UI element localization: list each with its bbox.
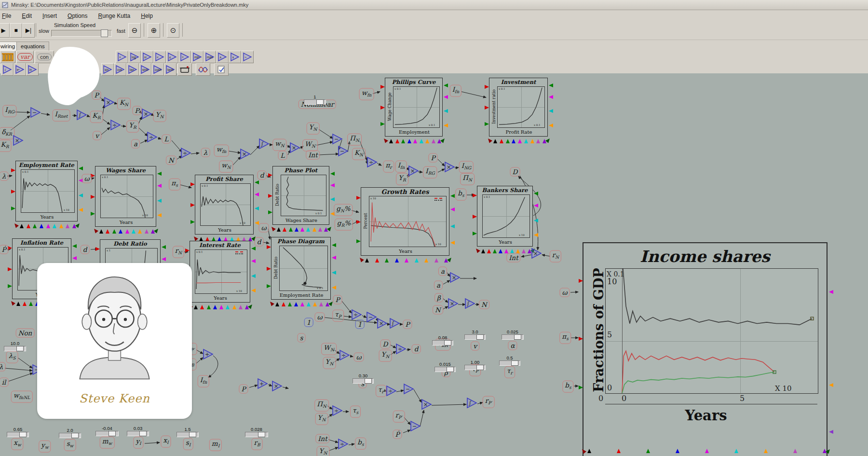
var-N[interactable]: ΠN <box>347 134 362 146</box>
var-N[interactable]: ΠN <box>460 173 475 185</box>
slider-track[interactable] <box>245 432 268 437</box>
zoom-reset-button[interactable]: ⊙ <box>167 23 179 38</box>
var-d[interactable]: d <box>81 245 90 254</box>
slider-handle[interactable] <box>108 431 116 436</box>
slider-handle[interactable] <box>365 378 372 384</box>
var-Ifn[interactable]: Ifn <box>395 161 407 173</box>
slider-handle[interactable] <box>476 365 484 370</box>
slider-track[interactable] <box>464 365 486 370</box>
op-palette-tan[interactable]: tan <box>126 63 139 76</box>
var-D[interactable]: D <box>510 167 520 177</box>
speed-slider-handle[interactable] <box>101 29 108 37</box>
op-subtract[interactable]: − <box>366 311 378 325</box>
var-Int[interactable]: Int <box>315 434 329 443</box>
var-a[interactable]: a <box>131 139 140 149</box>
op-palette-∧[interactable]: ∧ <box>216 51 229 63</box>
var-yI[interactable]: yI <box>133 437 143 449</box>
slider-handle[interactable] <box>16 346 24 351</box>
var-[interactable]: ω <box>258 223 269 233</box>
slider-track[interactable] <box>353 378 374 384</box>
op-multiply[interactable]: × <box>408 165 420 179</box>
op-subtract[interactable]: − <box>410 420 421 434</box>
var-YN[interactable]: YN <box>315 413 328 425</box>
var-sI[interactable]: sI <box>183 438 193 450</box>
op-multiply[interactable]: × <box>271 380 283 394</box>
var-mw[interactable]: mw <box>100 437 115 449</box>
var-WN[interactable]: WN <box>302 139 318 152</box>
var-YN[interactable]: YN <box>153 110 166 122</box>
op-divide[interactable]: ÷ <box>386 385 397 399</box>
title-bar[interactable]: Minsky: E:\Documents\Kingston\PublicRela… <box>0 0 868 10</box>
slider-0.30[interactable]: 0.30 <box>353 373 374 384</box>
slider-track[interactable] <box>432 340 453 345</box>
op-palette-≤[interactable]: ≤ <box>166 51 178 63</box>
op-palette-+[interactable]: + <box>116 51 128 63</box>
note-icon-button[interactable] <box>214 63 229 76</box>
var-ING[interactable]: ING <box>459 161 474 173</box>
menu-item-help[interactable]: Help <box>140 12 154 20</box>
step-button[interactable]: ▶| <box>22 23 35 38</box>
slider-0.028[interactable]: 0.028 <box>245 427 268 437</box>
op-divide[interactable]: ÷ <box>147 131 158 145</box>
op-palette-√[interactable]: √ <box>1 63 14 76</box>
var-il[interactable]: il <box>0 378 8 387</box>
slider-0.03[interactable]: 0.03 <box>127 426 149 436</box>
var-N[interactable]: N <box>479 300 489 309</box>
op-divide[interactable]: ÷ <box>366 156 378 170</box>
run-button[interactable]: ▶ <box>0 23 10 38</box>
var-rN[interactable]: rN <box>173 246 184 258</box>
var-a[interactable]: a <box>438 267 447 276</box>
var-L[interactable]: L <box>162 135 171 144</box>
var-[interactable]: α <box>508 341 517 350</box>
slider-0.015[interactable]: 0.015 <box>434 361 456 372</box>
var-P[interactable]: τP <box>332 310 344 322</box>
var-KN[interactable]: KN <box>352 148 366 160</box>
menu-item-edit[interactable]: Edit <box>21 12 33 20</box>
stop-button[interactable]: ■ <box>10 23 22 38</box>
var-wN[interactable]: wN <box>219 161 233 173</box>
var-d[interactable]: d <box>412 345 421 354</box>
plot-wages-share[interactable]: Wages Sharex 0.1x 10Years <box>95 166 156 227</box>
menu-item-file[interactable]: File <box>1 12 12 20</box>
var-rP′[interactable]: rP′ <box>483 396 495 408</box>
plot-interest-rate[interactable]: Interest Ratex 0.1x 10Years <box>190 241 250 303</box>
var-KN[interactable]: KN <box>117 98 131 110</box>
slider-track[interactable] <box>7 432 29 437</box>
var-rB[interactable]: rB <box>251 438 262 450</box>
var-KR[interactable]: KR <box>0 140 11 152</box>
var-bs[interactable]: bs <box>355 438 366 450</box>
op-divide[interactable]: ÷ <box>395 343 407 357</box>
op-palette-=[interactable]: = <box>178 51 191 63</box>
var-P[interactable]: P <box>428 153 437 163</box>
var-YN[interactable]: YN <box>323 357 336 369</box>
var-d[interactable]: d <box>258 171 267 180</box>
plot-phillips-curve[interactable]: Phillips Curvex 0.1x 0.1Wage ChangeEmplo… <box>385 78 443 137</box>
var-[interactable]: Ṗ <box>0 245 9 254</box>
op-multiply[interactable]: × <box>289 142 301 155</box>
slider-handle[interactable] <box>139 431 147 436</box>
slider-handle[interactable] <box>189 432 196 437</box>
var-[interactable]: Ṗ <box>393 430 402 439</box>
var-Int[interactable]: Int <box>306 151 320 160</box>
op-palette-sinh[interactable]: sinh <box>139 63 151 76</box>
var-xw[interactable]: xw <box>11 438 23 450</box>
var-r[interactable]: τr <box>376 385 386 397</box>
var-rN[interactable]: rN <box>550 250 561 263</box>
op-palette-<[interactable]: < <box>153 51 166 63</box>
op-palette-log[interactable]: log <box>128 51 141 63</box>
var-YR[interactable]: YR <box>126 121 139 133</box>
var-N[interactable]: ΠN <box>314 400 329 412</box>
var-s[interactable]: πs <box>169 179 180 191</box>
godley-table-icon-button[interactable] <box>177 63 192 76</box>
op-integrate[interactable]: ∫ <box>389 318 401 331</box>
var-D[interactable]: D <box>380 340 391 349</box>
slider-1.5[interactable]: 1.5 <box>176 427 199 437</box>
slider-track[interactable] <box>464 334 486 340</box>
menu-item-runge-kutta[interactable]: Runge Kutta <box>97 12 131 20</box>
var-YN[interactable]: YN <box>307 123 320 135</box>
var-s[interactable]: πs <box>559 332 571 344</box>
slider-0.025[interactable]: 0.025 <box>502 329 524 340</box>
op-palette-cos[interactable]: cos <box>114 63 126 76</box>
var-[interactable]: λ <box>0 172 8 181</box>
slider-track[interactable] <box>499 360 520 366</box>
